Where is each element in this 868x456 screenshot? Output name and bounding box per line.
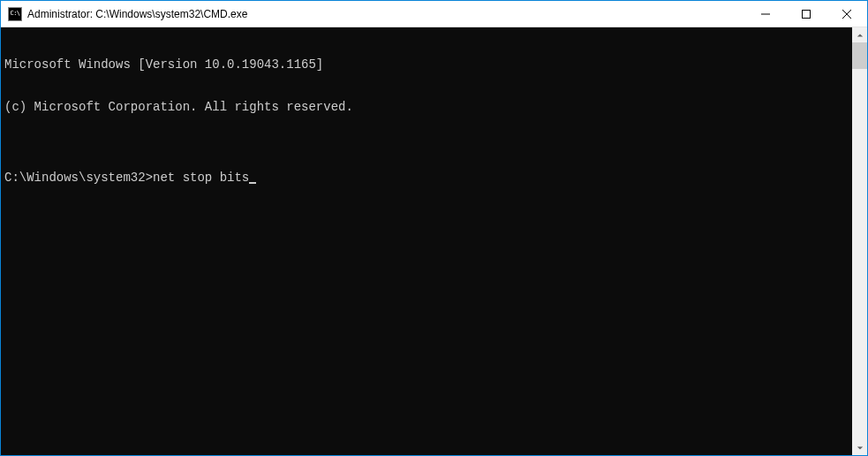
cmd-window: C:\ Administrator: C:\Windows\system32\C… — [0, 0, 868, 456]
scroll-thumb[interactable] — [852, 42, 867, 69]
close-button[interactable] — [826, 1, 867, 27]
scroll-track[interactable] — [852, 42, 867, 440]
scroll-down-button[interactable] — [852, 440, 867, 455]
maximize-icon — [802, 10, 811, 19]
scroll-up-button[interactable] — [852, 27, 867, 42]
prompt-text: C:\Windows\system32> — [4, 171, 153, 185]
titlebar[interactable]: C:\ Administrator: C:\Windows\system32\C… — [1, 1, 867, 27]
maximize-button[interactable] — [786, 1, 826, 27]
copyright-line: (c) Microsoft Corporation. All rights re… — [4, 100, 849, 114]
minimize-button[interactable] — [745, 1, 786, 27]
svg-rect-1 — [803, 10, 811, 18]
close-icon — [842, 10, 851, 19]
vertical-scrollbar[interactable] — [852, 27, 867, 455]
chevron-down-icon — [857, 445, 864, 452]
window-controls — [745, 1, 867, 27]
cmd-app-icon: C:\ — [8, 7, 22, 21]
chevron-up-icon — [857, 32, 864, 39]
window-title: Administrator: C:\Windows\system32\CMD.e… — [27, 8, 247, 20]
cmd-app-icon-text: C:\ — [10, 11, 19, 17]
version-line: Microsoft Windows [Version 10.0.19043.11… — [4, 57, 849, 72]
command-text: net stop bits — [153, 171, 249, 185]
terminal-area: Microsoft Windows [Version 10.0.19043.11… — [1, 27, 867, 455]
text-cursor — [249, 182, 256, 184]
minimize-icon — [761, 10, 770, 19]
terminal-output[interactable]: Microsoft Windows [Version 10.0.19043.11… — [1, 27, 852, 455]
prompt-line: C:\Windows\system32>net stop bits — [4, 171, 849, 185]
